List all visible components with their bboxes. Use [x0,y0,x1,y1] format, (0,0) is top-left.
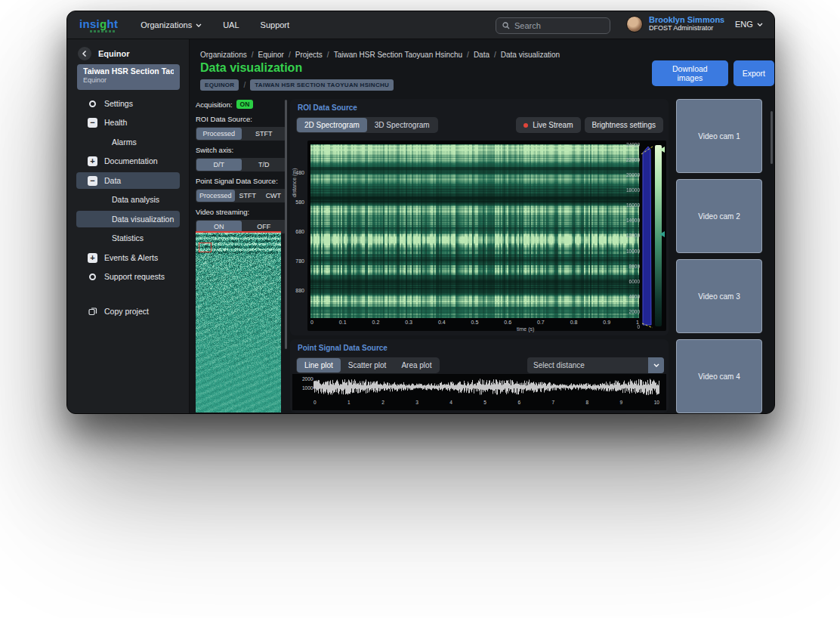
controls-scrollbar[interactable] [285,100,287,349]
sidebar-item-label: Settings [104,99,133,108]
signal-x-tick: 2 [381,400,384,405]
copy-icon [88,307,97,317]
export-button[interactable]: Export [733,60,774,86]
option-processed[interactable]: Processed [196,128,242,140]
x-tick-value: 0.1 [339,320,347,325]
y-tick-value: 580 [295,199,304,205]
option-stft[interactable]: STFT [242,128,287,140]
colorbar-tick-value: 22000 [626,157,640,162]
video-cam-3[interactable]: Video cam 3 [676,259,762,333]
sidebar-item-label: Support requests [104,272,165,281]
minus-icon: − [88,176,97,186]
chevron-down-icon [757,23,763,26]
option-t-d[interactable]: T/D [242,159,287,171]
sidebar-item-alarms[interactable]: Alarms [76,134,180,150]
circle-icon [88,99,97,109]
waterfall-thumbnail[interactable] [196,231,281,413]
search-input[interactable]: Search [496,17,610,34]
breadcrumb-item-equinor[interactable]: Equinor [258,51,283,59]
x-tick-value: 0.6 [504,320,511,325]
sidebar-item-settings[interactable]: Settings [76,95,180,112]
sidebar-item-documentation[interactable]: +Documentation [76,153,180,169]
tab-2d-spectrogram[interactable]: 2D Spectrogram [297,118,367,132]
signal-x-tick: 5 [483,400,486,405]
segmented-switch-axis: D/TT/D [196,158,287,171]
sidebar-item-events-alerts[interactable]: +Events & Alerts [76,249,180,266]
language-selector[interactable]: ENG [735,20,763,29]
page-title: Data visualization [200,61,302,75]
sidebar-item-label: Alarms [112,138,137,147]
nav-links: OrganizationsUALSupport [141,20,289,29]
user-menu[interactable]: Brooklyn Simmons DFOST Administrator [626,15,724,32]
sidebar-item-data[interactable]: −Data [76,172,180,189]
signal-x-tick: 10 [654,400,659,405]
download-images-button[interactable]: Download images [652,60,728,86]
app-logo[interactable]: insight [79,18,118,32]
live-stream-label: Live Stream [533,121,573,129]
option-processed[interactable]: Processed [196,190,235,202]
video-cam-2[interactable]: Video cam 2 [676,179,762,253]
sidebar-item-label: Documentation [104,156,158,165]
nav-link-organizations[interactable]: Organizations [141,20,202,29]
signal-x-tick: 4 [449,400,452,405]
control-label-roi-data-source: ROI Data Source: [196,115,287,123]
x-axis-ticks: 00.10.20.30.40.50.60.70.80.91 [310,320,639,325]
chevron-down-icon [196,23,202,27]
colorbar-tick-value: 16000 [626,202,640,208]
waveform-plot[interactable] [313,377,659,397]
colorbar-histogram[interactable] [641,142,666,331]
sidebar-item-data-analysis[interactable]: Data analysis [76,191,180,208]
sidebar-item-health[interactable]: −Health [76,114,180,131]
tab-area-plot[interactable]: Area plot [394,358,439,372]
breadcrumb-item-organizations[interactable]: Organizations [200,51,247,59]
brightness-settings-button[interactable]: Brightness settings [585,117,664,133]
y-tick-value: 480 [295,170,304,175]
project-card[interactable]: Taiwan HSR Section Taoy... Equinor [77,64,180,90]
colorbar-tick-value: 18000 [626,187,640,193]
sidebar-item-support-requests[interactable]: Support requests [76,268,180,285]
x-axis-label: time (s) [517,326,534,332]
avatar [626,16,643,32]
main-scrollbar[interactable] [771,111,773,164]
sidebar-item-data-visualization[interactable]: Data visualization [76,211,180,227]
live-stream-button[interactable]: Live Stream [516,117,580,133]
nav-link-support[interactable]: Support [261,20,290,29]
video-cam-label: Video cam 1 [698,132,740,141]
sidebar-item-label: Data [104,176,121,185]
option-d-t[interactable]: D/T [196,159,242,171]
signal-x-tick: 1 [347,400,351,405]
spectrogram-plot[interactable] [310,144,639,318]
option-stft[interactable]: STFT [235,190,261,202]
nav-link-label: UAL [223,20,239,29]
video-cam-1[interactable]: Video cam 1 [676,99,762,173]
sidebar-item-label: Data analysis [112,195,159,204]
spectrogram-tabs: 2D Spectrogram3D Spectrogram [296,117,438,133]
control-label-switch-axis: Switch axis: [196,146,287,154]
x-tick-value: 0.9 [603,320,610,325]
tab-scatter-plot[interactable]: Scatter plot [341,358,394,372]
breadcrumb-separator: / [252,51,254,59]
option-cwt[interactable]: CWT [261,190,286,202]
live-dot-icon [523,123,528,128]
signal-x-tick: 9 [620,400,623,405]
tag-separator: / [243,81,246,89]
nav-link-ual[interactable]: UAL [223,20,239,29]
breadcrumb-item-taiwan-hsr-section-taoyuan-hsinchu[interactable]: Taiwan HSR Section Taoyuan Hsinchu [334,51,462,59]
logo-tagline [90,30,116,32]
breadcrumb-item-data[interactable]: Data [474,51,489,59]
signal-x-tick: 0 [313,400,317,405]
select-distance-dropdown[interactable]: Select distance [527,357,664,373]
colorbar-ticks: 2400022000200001800016000140001200010000… [611,142,640,329]
tab-3d-spectrogram[interactable]: 3D Spectrogram [367,118,437,132]
back-to-organization[interactable]: Equinor [78,47,130,60]
x-tick-value: 0.3 [405,320,412,325]
breadcrumb-item-data-visualization: Data visualization [501,51,560,59]
sidebar-item-statistics[interactable]: Statistics [76,230,180,246]
tab-line-plot[interactable]: Line plot [297,358,341,372]
visualization-controls: Acquisition: ON ROI Data Source:Processe… [196,100,287,233]
video-cam-4[interactable]: Video cam 4 [676,339,762,413]
breadcrumb-item-projects[interactable]: Projects [295,51,323,59]
copy-project-button[interactable]: Copy project [76,303,180,320]
video-cam-label: Video cam 2 [698,212,740,221]
sidebar-item-label: Statistics [112,233,144,243]
